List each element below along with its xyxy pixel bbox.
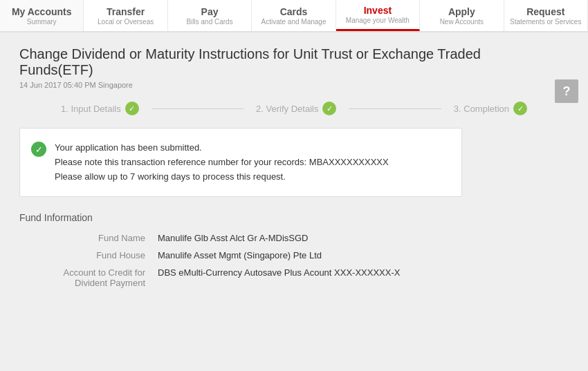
nav-label-my-accounts: My Accounts	[12, 6, 72, 17]
step-line-1	[151, 108, 244, 109]
nav-sub-my-accounts: Summary	[27, 18, 57, 26]
fund-section: Fund Information Fund Name Manulife Glb …	[19, 212, 569, 288]
nav-sub-apply: New Accounts	[440, 18, 484, 26]
step-line-2	[349, 108, 441, 109]
fund-table: Fund Name Manulife Glb Asst Alct Gr A-MD…	[19, 233, 569, 288]
nav-item-invest[interactable]: Invest Manage your Wealth	[336, 0, 420, 31]
step-3: 3. Completion ✓	[454, 102, 527, 115]
nav-sub-pay: Bills and Cards	[186, 18, 232, 26]
nav-sub-request: Statements or Services	[510, 18, 581, 26]
nav-item-request[interactable]: Request Statements or Services	[504, 0, 588, 31]
nav-item-pay[interactable]: Pay Bills and Cards	[168, 0, 252, 31]
nav-item-apply[interactable]: Apply New Accounts	[420, 0, 504, 31]
page-date: 14 Jun 2017 05:40 PM Singapore	[19, 81, 569, 89]
nav-label-invest: Invest	[364, 5, 392, 16]
step-2: 2. Verify Details ✓	[256, 102, 336, 115]
nav-sub-cards: Activate and Manage	[261, 18, 327, 26]
success-line1: Your application has been submitted.	[55, 141, 389, 155]
step-1-label: 1. Input Details	[61, 104, 121, 114]
nav-item-cards[interactable]: Cards Activate and Manage	[252, 0, 336, 31]
step-2-check: ✓	[322, 102, 336, 115]
nav-sub-invest: Manage your Wealth	[346, 17, 410, 24]
nav-label-request: Request	[526, 6, 564, 17]
fund-row-house: Fund House Manulife Asset Mgmt (Singapor…	[19, 250, 569, 260]
help-button[interactable]: ?	[555, 79, 578, 103]
fund-row-account: Account to Credit for Divident Payment D…	[19, 267, 569, 288]
nav-label-apply: Apply	[448, 6, 475, 17]
fund-label-name: Fund Name	[19, 233, 158, 243]
nav-item-my-accounts[interactable]: My Accounts Summary	[0, 0, 84, 31]
nav-label-pay: Pay	[201, 6, 219, 17]
fund-label-house: Fund House	[19, 250, 158, 260]
top-nav: My Accounts Summary Transfer Local or Ov…	[0, 0, 588, 32]
success-text: Your application has been submitted. Ple…	[55, 141, 389, 184]
success-icon: ✓	[31, 142, 46, 157]
step-3-label: 3. Completion	[454, 104, 509, 114]
fund-value-house: Manulife Asset Mgmt (Singapore) Pte Ltd	[158, 250, 322, 260]
step-1-check: ✓	[125, 102, 139, 115]
step-1: 1. Input Details ✓	[61, 102, 139, 115]
nav-label-cards: Cards	[280, 6, 308, 17]
fund-value-name: Manulife Glb Asst Alct Gr A-MDisSGD	[158, 233, 308, 243]
steps-bar: 1. Input Details ✓ 2. Verify Details ✓ 3…	[19, 102, 569, 115]
success-box: ✓ Your application has been submitted. P…	[19, 128, 462, 197]
success-line2: Please note this transaction reference n…	[55, 155, 389, 170]
fund-label-account: Account to Credit for Divident Payment	[19, 267, 158, 288]
nav-label-transfer: Transfer	[107, 6, 145, 17]
step-2-label: 2. Verify Details	[256, 104, 318, 114]
main-content: ? Change Dividend or Maturity Instructio…	[0, 32, 588, 371]
nav-item-transfer[interactable]: Transfer Local or Overseas	[84, 0, 167, 31]
fund-section-title: Fund Information	[19, 212, 569, 223]
step-3-check: ✓	[513, 102, 527, 115]
page-title: Change Dividend or Maturity Instructions…	[19, 46, 504, 78]
fund-value-account: DBS eMulti-Currency Autosave Plus Acount…	[158, 267, 400, 278]
success-line3: Please allow up to 7 working days to pro…	[55, 170, 389, 184]
nav-sub-transfer: Local or Overseas	[98, 18, 154, 26]
fund-row-name: Fund Name Manulife Glb Asst Alct Gr A-MD…	[19, 233, 569, 243]
